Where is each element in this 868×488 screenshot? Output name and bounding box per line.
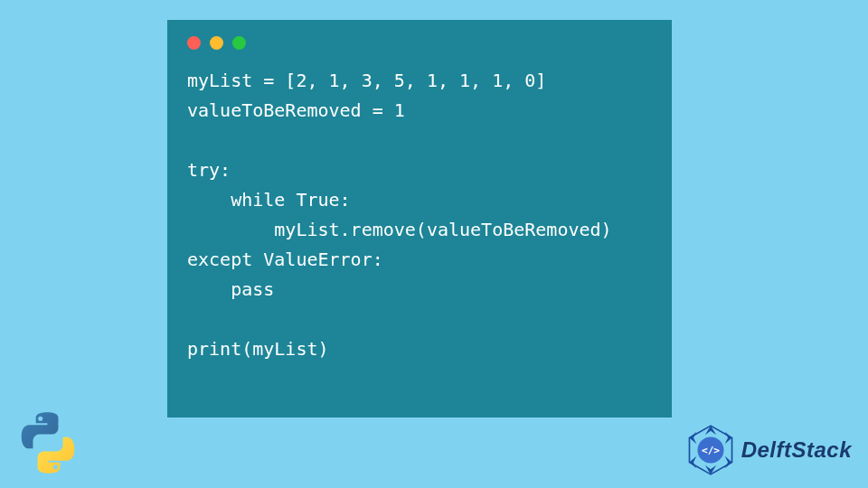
code-window: myList = [2, 1, 3, 5, 1, 1, 1, 0] valueT…	[167, 20, 672, 418]
python-logo-icon	[16, 410, 80, 475]
minimize-dot-icon	[210, 36, 223, 50]
delftstack-name: DelftStack	[741, 437, 852, 463]
code-block: myList = [2, 1, 3, 5, 1, 1, 1, 0] valueT…	[187, 66, 652, 364]
svg-text:</>: </>	[702, 445, 720, 456]
close-dot-icon	[187, 36, 201, 50]
svg-marker-2	[724, 432, 731, 444]
maximize-dot-icon	[232, 36, 246, 50]
delftstack-branding: </> DelftStack	[685, 425, 852, 475]
window-controls	[187, 36, 652, 50]
svg-marker-6	[689, 456, 696, 468]
delftstack-logo-icon: </>	[685, 425, 736, 475]
svg-marker-5	[724, 456, 731, 468]
svg-marker-4	[689, 432, 696, 444]
